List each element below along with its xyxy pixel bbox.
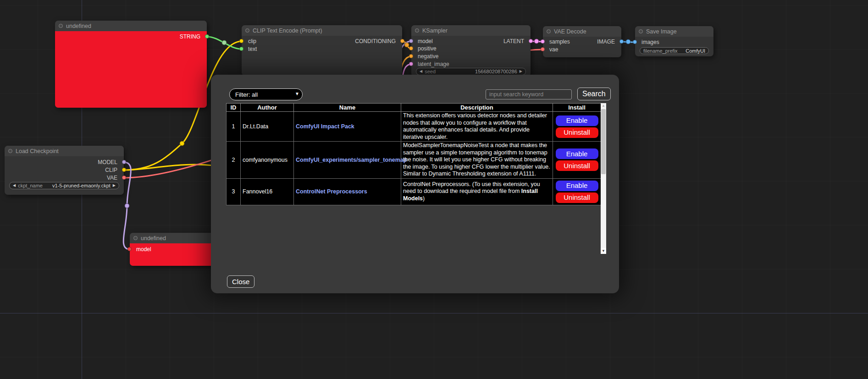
col-header-id: ID [227,104,241,112]
output-slot-model: MODEL [98,159,124,165]
slot-label: CLIP [105,167,117,173]
node-header[interactable]: Save Image [635,26,713,37]
node-header[interactable]: CLIP Text Encode (Prompt) [242,25,402,36]
vae-port-icon[interactable] [122,176,126,180]
positive-port-icon[interactable] [409,46,413,50]
node-ksampler[interactable]: KSampler model positive negative latent_… [411,25,531,77]
collapse-dot-icon[interactable] [639,29,643,33]
scrollbar-thumb[interactable] [601,109,606,174]
grid-axis-horizontal [0,313,868,313]
cell-id: 3 [227,178,241,205]
extension-link[interactable]: ComfyUI Impact Pack [296,123,354,130]
input-slot-vae: vae [543,46,558,53]
node-load-checkpoint[interactable]: Load Checkpoint MODEL CLIP VAE ◀ ckpt_na… [5,146,124,195]
node-undefined-top[interactable]: undefined STRING [55,21,207,108]
link-dot-image[interactable] [626,39,630,44]
decrement-icon[interactable]: ◀ [420,70,422,73]
collapse-dot-icon[interactable] [245,28,249,33]
clip-port-icon[interactable] [122,168,126,172]
latent-port-icon[interactable] [529,39,533,43]
uninstall-button[interactable]: Uninstall [556,127,598,138]
node-title: Save Image [646,28,677,35]
increment-icon[interactable]: ▶ [113,184,116,187]
output-slot-image: IMAGE [597,38,621,45]
uninstall-button[interactable]: Uninstall [556,192,598,203]
description-text: ) [423,195,425,202]
clip-port-icon[interactable] [239,39,243,43]
node-save-image[interactable]: Save Image images filename_prefix ComfyU… [635,26,713,56]
collapse-dot-icon[interactable] [133,236,138,240]
conditioning-port-icon[interactable] [400,39,404,43]
node-title: CLIP Text Encode (Prompt) [253,27,322,34]
node-undefined-bottom[interactable]: undefined model [130,233,217,266]
graph-canvas[interactable]: undefined STRING CLIP Text Encode (Promp… [0,0,868,379]
close-button[interactable]: Close [227,275,254,288]
increment-icon[interactable]: ▶ [520,70,522,73]
filename-prefix-widget[interactable]: filename_prefix ComfyUI [640,47,709,54]
cell-description: ControlNet Preprocessors. (To use this e… [401,178,553,205]
search-input[interactable] [486,89,572,99]
search-button[interactable]: Search [577,88,611,100]
slot-label: VAE [107,175,117,181]
node-header[interactable]: Load Checkpoint [5,146,124,156]
seed-widget[interactable]: ◀ seed 156680208700286 ▶ [416,68,526,75]
image-port-icon[interactable] [619,39,624,44]
link-dot-conditioning[interactable] [404,43,409,47]
input-slot-negative: negative [411,53,438,60]
cell-name: ComfyUI Impact Pack [294,112,401,142]
node-header[interactable]: VAE Decode [543,26,621,37]
node-header[interactable]: undefined [130,233,217,243]
enable-button[interactable]: Enable [556,115,598,126]
table-header-row: ID Author Name Description Install [227,104,601,112]
enable-button[interactable]: Enable [556,181,598,191]
scroll-up-icon[interactable]: ▲ [601,103,606,109]
decrement-icon[interactable]: ◀ [13,184,16,187]
scroll-down-icon[interactable]: ▼ [601,248,606,254]
slot-label: model [136,246,151,253]
model-port-icon[interactable] [127,247,132,251]
collapse-dot-icon[interactable] [547,29,551,33]
filter-select[interactable]: Filter: all [229,88,303,100]
extension-link[interactable]: ControlNet Preprocessors [296,188,367,195]
vae-port-icon[interactable] [541,47,545,51]
enable-button[interactable]: Enable [556,148,598,159]
model-port-icon[interactable] [122,160,126,164]
link-dot-latent[interactable] [534,39,539,44]
cell-author: comfyanonymous [241,142,294,179]
model-port-icon[interactable] [409,39,413,43]
collapse-dot-icon[interactable] [415,28,419,33]
table-row: 1 Dr.Lt.Data ComfyUI Impact Pack This ex… [227,112,601,142]
node-header[interactable]: KSampler [411,25,531,36]
node-title: Load Checkpoint [16,148,59,154]
latent-port-icon[interactable] [409,62,413,66]
link-dot-string[interactable] [222,40,227,45]
table-row: 2 comfyanonymous ComfyUI_experiments/sam… [227,142,601,179]
node-vae-decode[interactable]: VAE Decode samples vae IMAGE [543,26,621,57]
slot-label: CONDITIONING [355,38,396,44]
collapse-dot-icon[interactable] [8,149,12,153]
cell-id: 2 [227,142,241,179]
ckpt-name-widget[interactable]: ◀ ckpt_name v1-5-pruned-emaonly.ckpt ▶ [9,182,119,189]
collapse-dot-icon[interactable] [59,24,63,28]
col-header-name: Name [294,104,401,112]
latent-port-icon[interactable] [541,39,545,44]
output-slot-clip: CLIP [105,167,124,173]
link-dot-clip[interactable] [180,141,184,146]
extension-table: ID Author Name Description Install 1 Dr.… [226,103,601,205]
text-port-icon[interactable] [239,47,243,51]
negative-port-icon[interactable] [409,54,413,58]
image-port-icon[interactable] [633,40,637,44]
extension-link[interactable]: ComfyUI_experiments/sampler_tonemap [296,157,407,163]
input-slot-images: images [635,39,659,45]
node-clip-text-encode[interactable]: CLIP Text Encode (Prompt) clip text COND… [242,25,402,76]
wire-string-to-text[interactable] [207,37,242,49]
widget-value: ComfyUI [686,48,705,54]
node-header[interactable]: undefined [55,21,207,31]
uninstall-button[interactable]: Uninstall [556,160,598,171]
link-dot-model[interactable] [125,203,129,208]
input-slot-clip: clip [242,38,256,44]
string-port-icon[interactable] [205,34,209,38]
cell-install: Enable Uninstall [553,178,601,205]
cell-id: 1 [227,112,241,142]
widget-label: filename_prefix [643,48,678,54]
